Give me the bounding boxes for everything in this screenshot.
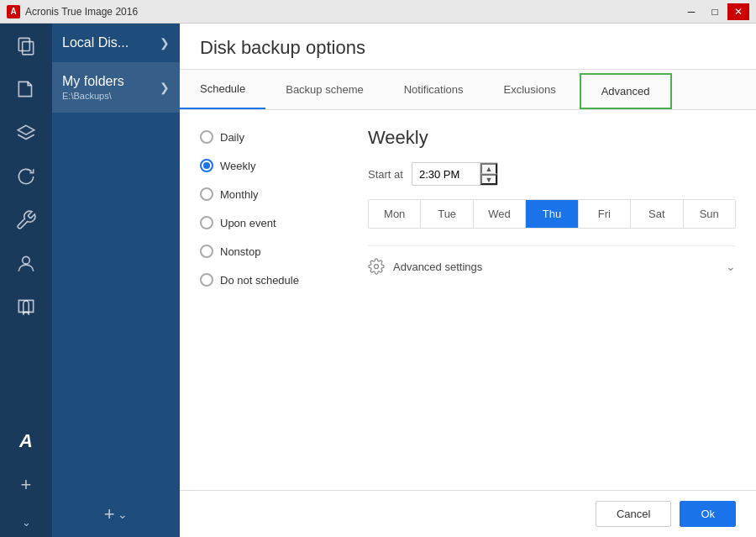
option-upon-event[interactable]: Upon event xyxy=(200,216,351,229)
radio-daily[interactable] xyxy=(200,130,213,144)
titlebar-left: A Acronis True Image 2016 xyxy=(7,5,138,18)
panel-local-disk[interactable]: Local Dis... ❯ xyxy=(52,24,180,62)
panel-my-folders-chevron: ❯ xyxy=(160,81,170,94)
day-tue[interactable]: Tue xyxy=(421,200,473,228)
tab-advanced[interactable]: Advanced xyxy=(580,73,672,109)
tab-notifications[interactable]: Notifications xyxy=(384,70,484,109)
window-controls[interactable]: ─ □ ✕ xyxy=(680,3,749,20)
option-daily-label: Daily xyxy=(220,131,244,144)
page-header: Disk backup options xyxy=(180,24,756,70)
radio-nonstop[interactable] xyxy=(200,245,213,258)
advanced-settings-row[interactable]: Advanced settings ⌄ xyxy=(368,245,736,287)
day-selector: Mon Tue Wed Thu Fri Sat Sun xyxy=(368,199,736,229)
app-title: Acronis True Image 2016 xyxy=(25,6,138,18)
day-sun[interactable]: Sun xyxy=(684,200,735,228)
sidebar-icon-refresh[interactable] xyxy=(0,155,52,198)
option-do-not-schedule-label: Do not schedule xyxy=(220,274,299,287)
svg-point-2 xyxy=(23,256,30,264)
advanced-settings-label: Advanced settings xyxy=(393,261,482,273)
content-area: Disk backup options Schedule Backup sche… xyxy=(180,24,756,537)
option-nonstop-label: Nonstop xyxy=(220,245,260,258)
sidebar-icon-book[interactable] xyxy=(0,286,52,329)
time-down-button[interactable]: ▼ xyxy=(480,174,497,185)
day-wed[interactable]: Wed xyxy=(474,200,526,228)
day-fri[interactable]: Fri xyxy=(579,200,631,228)
sidebar-icon-tools[interactable] xyxy=(0,198,52,242)
maximize-button[interactable]: □ xyxy=(704,3,726,20)
start-at-label: Start at xyxy=(368,168,403,181)
app-body: A + ⌄ Local Dis... ❯ My folders E:\Backu… xyxy=(0,24,756,537)
minimize-button[interactable]: ─ xyxy=(680,3,702,20)
schedule-options: Daily Weekly Monthly Upon event Nonstop xyxy=(200,127,351,473)
sidebar-brand: A xyxy=(0,419,52,463)
day-mon[interactable]: Mon xyxy=(369,200,421,228)
sidebar-icon-person[interactable] xyxy=(0,242,52,286)
option-weekly-label: Weekly xyxy=(220,160,255,172)
page-title: Disk backup options xyxy=(200,37,736,59)
tabs-bar: Schedule Backup scheme Notifications Exc… xyxy=(180,70,756,110)
panel-local-disk-chevron: ❯ xyxy=(160,36,170,50)
panel-my-folders[interactable]: My folders E:\Backups\ ❯ xyxy=(52,62,180,113)
option-monthly[interactable]: Monthly xyxy=(200,187,351,201)
advanced-settings-left: Advanced settings xyxy=(368,258,482,275)
time-input[interactable] xyxy=(412,165,480,184)
time-spinner: ▲ ▼ xyxy=(480,163,497,185)
time-up-button[interactable]: ▲ xyxy=(480,163,497,174)
tab-backup-scheme[interactable]: Backup scheme xyxy=(265,70,384,109)
app-logo: A xyxy=(7,5,20,18)
panel-local-disk-title: Local Dis... xyxy=(62,35,129,50)
tab-schedule[interactable]: Schedule xyxy=(180,70,265,109)
sidebar-icon-copy[interactable] xyxy=(0,24,52,67)
titlebar: A Acronis True Image 2016 ─ □ ✕ xyxy=(0,0,756,24)
sidebar-chevron-down[interactable]: ⌄ xyxy=(0,507,52,537)
option-daily[interactable]: Daily xyxy=(200,130,351,144)
panel-my-folders-info: My folders E:\Backups\ xyxy=(62,74,124,101)
schedule-detail: Weekly Start at ▲ ▼ Mon Tue Wed xyxy=(351,127,736,473)
option-monthly-label: Monthly xyxy=(220,188,259,201)
svg-rect-1 xyxy=(18,38,29,50)
radio-monthly[interactable] xyxy=(200,187,213,201)
day-thu[interactable]: Thu xyxy=(526,200,578,228)
sidebar-add-button[interactable]: + xyxy=(0,463,52,507)
close-button[interactable]: ✕ xyxy=(727,3,749,20)
panel-add-button[interactable]: + ⌄ xyxy=(52,492,180,537)
option-upon-event-label: Upon event xyxy=(220,217,276,229)
option-weekly[interactable]: Weekly xyxy=(200,159,351,172)
option-do-not-schedule[interactable]: Do not schedule xyxy=(200,273,351,287)
tab-exclusions[interactable]: Exclusions xyxy=(484,70,576,109)
sidebar-icon-layers[interactable] xyxy=(0,111,52,155)
ok-button[interactable]: Ok xyxy=(680,501,736,527)
panel-add-icon: + xyxy=(104,503,115,525)
radio-do-not-schedule[interactable] xyxy=(200,273,213,287)
start-at-row: Start at ▲ ▼ xyxy=(368,162,736,186)
panel-chevron-bottom-icon: ⌄ xyxy=(118,508,128,521)
radio-weekly[interactable] xyxy=(200,159,213,172)
svg-rect-0 xyxy=(23,42,34,55)
cancel-button[interactable]: Cancel xyxy=(596,501,671,527)
day-sat[interactable]: Sat xyxy=(631,200,683,228)
sidebar-bottom: A + ⌄ xyxy=(0,419,52,537)
radio-upon-event[interactable] xyxy=(200,216,213,229)
sidebar-icon-document[interactable] xyxy=(0,67,52,111)
option-nonstop[interactable]: Nonstop xyxy=(200,245,351,258)
time-input-wrapper: ▲ ▼ xyxy=(412,162,498,186)
gear-icon xyxy=(368,258,385,275)
main-content: Daily Weekly Monthly Upon event Nonstop xyxy=(180,110,756,490)
advanced-settings-chevron-icon: ⌄ xyxy=(726,260,736,273)
sidebar: A + ⌄ xyxy=(0,24,52,537)
panel: Local Dis... ❯ My folders E:\Backups\ ❯ … xyxy=(52,24,180,537)
svg-point-3 xyxy=(375,265,379,269)
schedule-type-title: Weekly xyxy=(368,127,736,149)
footer: Cancel Ok xyxy=(180,490,756,537)
